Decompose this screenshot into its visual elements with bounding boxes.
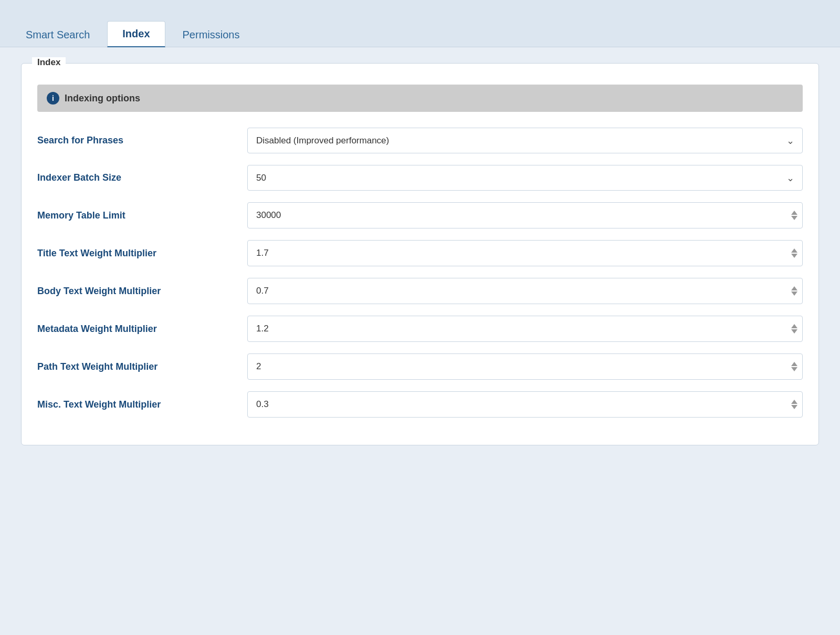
input-misc-text-weight-multiplier[interactable] <box>247 391 803 418</box>
label-title-text-weight-multiplier: Title Text Weight Multiplier <box>37 248 237 259</box>
select-search-for-phrases[interactable]: Disabled (Improved performance)Enabled <box>247 128 803 153</box>
label-memory-table-limit: Memory Table Limit <box>37 210 237 221</box>
spinner-arrows-title-text-weight-multiplier <box>791 248 797 258</box>
spinner-arrows-metadata-weight-multiplier <box>791 324 797 334</box>
tab-permissions[interactable]: Permissions <box>167 22 255 47</box>
form-row-indexer-batch-size: Indexer Batch Size102550100200⌄ <box>37 165 803 191</box>
control-wrapper-title-text-weight-multiplier <box>247 240 803 266</box>
control-wrapper-misc-text-weight-multiplier <box>247 391 803 418</box>
form-rows-container: Search for PhrasesDisabled (Improved per… <box>37 128 803 418</box>
spinner-up-arrow[interactable] <box>791 211 797 215</box>
spinner-down-arrow[interactable] <box>791 405 797 409</box>
input-memory-table-limit[interactable] <box>247 202 803 228</box>
control-wrapper-path-text-weight-multiplier <box>247 353 803 380</box>
control-wrapper-search-for-phrases: Disabled (Improved performance)Enabled⌄ <box>247 128 803 153</box>
form-row-body-text-weight-multiplier: Body Text Weight Multiplier <box>37 278 803 304</box>
label-search-for-phrases: Search for Phrases <box>37 135 237 146</box>
spinner-wrapper-body-text-weight-multiplier <box>247 278 803 304</box>
control-wrapper-memory-table-limit <box>247 202 803 228</box>
label-body-text-weight-multiplier: Body Text Weight Multiplier <box>37 286 237 297</box>
spinner-wrapper-path-text-weight-multiplier <box>247 353 803 380</box>
input-title-text-weight-multiplier[interactable] <box>247 240 803 266</box>
spinner-up-arrow[interactable] <box>791 248 797 253</box>
spinner-down-arrow[interactable] <box>791 254 797 258</box>
tab-smart-search[interactable]: Smart Search <box>10 22 105 47</box>
spinner-up-arrow[interactable] <box>791 400 797 404</box>
spinner-arrows-memory-table-limit <box>791 211 797 220</box>
spinner-down-arrow[interactable] <box>791 329 797 334</box>
form-row-path-text-weight-multiplier: Path Text Weight Multiplier <box>37 353 803 380</box>
spinner-arrows-path-text-weight-multiplier <box>791 362 797 371</box>
spinner-wrapper-misc-text-weight-multiplier <box>247 391 803 418</box>
spinner-up-arrow[interactable] <box>791 324 797 328</box>
spinner-up-arrow[interactable] <box>791 362 797 366</box>
label-path-text-weight-multiplier: Path Text Weight Multiplier <box>37 361 237 372</box>
spinner-arrows-body-text-weight-multiplier <box>791 286 797 296</box>
spinner-up-arrow[interactable] <box>791 286 797 290</box>
tab-bar: Smart Search Index Permissions <box>0 0 840 47</box>
control-wrapper-body-text-weight-multiplier <box>247 278 803 304</box>
input-path-text-weight-multiplier[interactable] <box>247 353 803 380</box>
input-metadata-weight-multiplier[interactable] <box>247 316 803 342</box>
index-panel: Index i Indexing options Search for Phra… <box>21 63 819 445</box>
spinner-wrapper-title-text-weight-multiplier <box>247 240 803 266</box>
label-metadata-weight-multiplier: Metadata Weight Multiplier <box>37 324 237 335</box>
info-icon: i <box>47 92 59 105</box>
tab-index[interactable]: Index <box>107 21 165 47</box>
input-body-text-weight-multiplier[interactable] <box>247 278 803 304</box>
panel-legend: Index <box>32 57 66 68</box>
control-wrapper-metadata-weight-multiplier <box>247 316 803 342</box>
indexing-options-header: i Indexing options <box>37 85 803 112</box>
form-row-metadata-weight-multiplier: Metadata Weight Multiplier <box>37 316 803 342</box>
main-content: Index i Indexing options Search for Phra… <box>0 47 840 461</box>
spinner-down-arrow[interactable] <box>791 367 797 371</box>
form-row-misc-text-weight-multiplier: Misc. Text Weight Multiplier <box>37 391 803 418</box>
form-row-search-for-phrases: Search for PhrasesDisabled (Improved per… <box>37 128 803 153</box>
spinner-down-arrow[interactable] <box>791 292 797 296</box>
spinner-down-arrow[interactable] <box>791 216 797 220</box>
label-misc-text-weight-multiplier: Misc. Text Weight Multiplier <box>37 399 237 410</box>
spinner-wrapper-metadata-weight-multiplier <box>247 316 803 342</box>
control-wrapper-indexer-batch-size: 102550100200⌄ <box>247 165 803 191</box>
form-row-title-text-weight-multiplier: Title Text Weight Multiplier <box>37 240 803 266</box>
form-row-memory-table-limit: Memory Table Limit <box>37 202 803 228</box>
select-indexer-batch-size[interactable]: 102550100200 <box>247 165 803 191</box>
label-indexer-batch-size: Indexer Batch Size <box>37 172 237 183</box>
spinner-arrows-misc-text-weight-multiplier <box>791 400 797 409</box>
spinner-wrapper-memory-table-limit <box>247 202 803 228</box>
indexing-options-title: Indexing options <box>65 93 140 104</box>
